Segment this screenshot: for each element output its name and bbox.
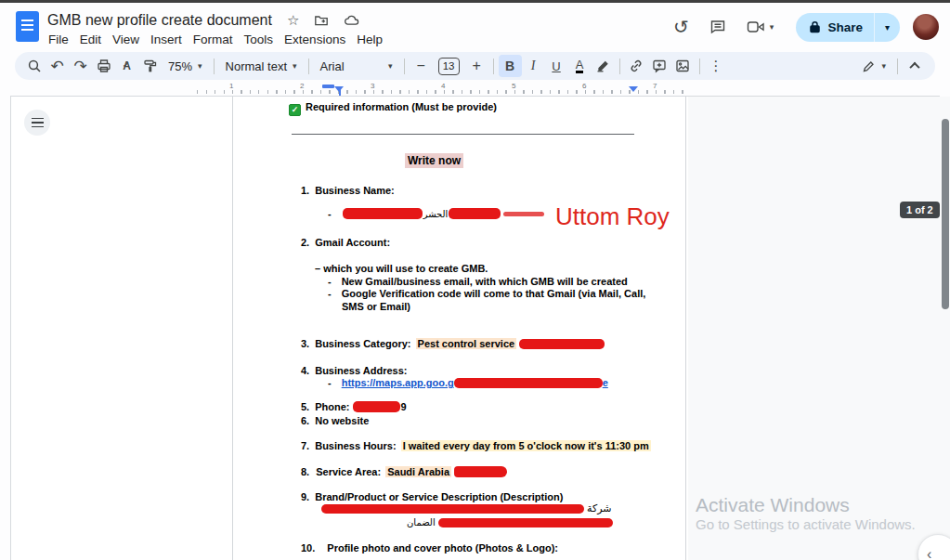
item4-line: 4.Business Address: bbox=[301, 365, 407, 376]
comments-button[interactable] bbox=[699, 10, 736, 44]
activate-windows-subtext: Go to Settings to activate Windows. bbox=[696, 516, 916, 532]
signature-watermark: Uttom Roy bbox=[555, 202, 670, 231]
item7-value: I waited every day from 5 o'clock now it… bbox=[401, 440, 651, 451]
hide-menus-button[interactable] bbox=[903, 55, 926, 77]
ruler-ticks bbox=[197, 90, 690, 94]
increase-font-size-button[interactable]: + bbox=[465, 55, 488, 77]
text-color-button[interactable]: A bbox=[568, 55, 592, 77]
share-button[interactable]: Share bbox=[796, 13, 874, 42]
print-button[interactable] bbox=[92, 55, 115, 77]
meet-button[interactable]: ▾ bbox=[736, 10, 783, 44]
toolbar-divider bbox=[404, 59, 405, 74]
menu-extensions[interactable]: Extensions bbox=[279, 31, 351, 48]
toolbar-divider bbox=[699, 59, 700, 74]
item3-value: Pest control service bbox=[416, 338, 517, 349]
insert-image-button[interactable] bbox=[671, 55, 695, 77]
show-outline-button[interactable] bbox=[24, 110, 50, 136]
horizontal-rule bbox=[292, 134, 634, 135]
image-icon bbox=[675, 59, 690, 73]
right-rail: 1 of 2 Activate Windows Go to Settings t… bbox=[688, 97, 950, 560]
decrease-font-size-button[interactable]: − bbox=[410, 55, 433, 77]
font-size-input[interactable]: 13 bbox=[438, 58, 460, 75]
write-now-line: Write now bbox=[405, 154, 463, 167]
toolbar-divider bbox=[493, 59, 494, 74]
font-value: Arial bbox=[320, 59, 345, 73]
paint-format-button[interactable] bbox=[138, 55, 162, 77]
menu-insert[interactable]: Insert bbox=[145, 31, 188, 48]
google-docs-window: GMB new profile create document ☆ File E… bbox=[0, 0, 950, 560]
toolbar-divider bbox=[619, 59, 620, 74]
item4-label: Business Address: bbox=[315, 365, 407, 376]
docs-logo-icon[interactable] bbox=[16, 11, 39, 42]
history-icon: ↺ bbox=[673, 18, 689, 36]
menu-view[interactable]: View bbox=[107, 31, 145, 48]
ruler-number: 4 bbox=[441, 82, 445, 90]
redaction-bar bbox=[454, 378, 603, 388]
scroll-left-button[interactable]: ‹ bbox=[917, 534, 950, 560]
share-label: Share bbox=[827, 20, 863, 34]
item2-label: Gmail Account: bbox=[315, 237, 390, 248]
item3-line: 3.Business Category: Pest control servic… bbox=[301, 338, 605, 349]
menu-tools[interactable]: Tools bbox=[239, 31, 280, 48]
italic-button[interactable]: I bbox=[522, 55, 545, 77]
redo-button[interactable]: ↷ bbox=[69, 55, 92, 77]
star-icon[interactable]: ☆ bbox=[287, 12, 299, 29]
print-icon bbox=[97, 59, 111, 73]
underline-button[interactable]: U bbox=[545, 55, 568, 77]
item1-value-line: -الحشر bbox=[328, 208, 544, 219]
header-actions: ↺ ▾ Share ▾ bbox=[662, 10, 939, 44]
account-avatar[interactable] bbox=[913, 14, 939, 40]
add-comment-button[interactable] bbox=[648, 55, 671, 77]
ruler-number: 2 bbox=[300, 82, 304, 90]
right-indent-marker[interactable] bbox=[629, 86, 638, 92]
bold-button[interactable]: B bbox=[499, 55, 522, 77]
more-toolbar-button[interactable]: ⋮ bbox=[705, 55, 728, 77]
ruler: 1 2 3 4 5 6 7 bbox=[0, 82, 950, 96]
ruler-number: 6 bbox=[582, 82, 586, 90]
font-select[interactable]: Arial ▾ bbox=[314, 55, 399, 77]
move-to-folder-icon[interactable] bbox=[314, 13, 329, 28]
write-now-text: Write now bbox=[405, 153, 463, 168]
menu-format[interactable]: Format bbox=[188, 31, 239, 48]
menu-edit[interactable]: Edit bbox=[74, 31, 107, 48]
maps-link-tail[interactable]: e bbox=[603, 377, 608, 388]
meet-caret-icon: ▾ bbox=[770, 22, 774, 32]
phone-digit: 9 bbox=[400, 401, 406, 412]
app-header: GMB new profile create document ☆ File E… bbox=[0, 3, 950, 49]
search-icon bbox=[27, 59, 42, 73]
redaction-bar bbox=[449, 208, 501, 219]
share-dropdown-button[interactable]: ▾ bbox=[875, 13, 900, 42]
highlight-color-button[interactable] bbox=[592, 55, 615, 77]
item10-label: Profile photo and cover photo (Photos & … bbox=[327, 542, 558, 553]
style-value: Normal text bbox=[226, 59, 287, 73]
cloud-saved-icon[interactable] bbox=[344, 13, 359, 28]
search-menus-button[interactable] bbox=[22, 55, 46, 77]
item4-link-line: -https://maps.app.goo.ge bbox=[328, 377, 608, 388]
editing-mode-select[interactable]: ▾ bbox=[855, 55, 892, 77]
undo-button[interactable]: ↶ bbox=[46, 55, 69, 77]
link-icon bbox=[629, 59, 644, 73]
item9-redacted-line2: الضمان bbox=[407, 516, 613, 527]
lock-icon bbox=[809, 20, 821, 33]
first-line-indent-marker[interactable] bbox=[322, 85, 334, 88]
item1-label: Business Name: bbox=[315, 185, 395, 196]
item10-line: 10.Profile photo and cover photo (Photos… bbox=[301, 542, 558, 553]
gmail-note-line: – which you will use to create GMB. bbox=[315, 263, 488, 274]
style-caret-icon: ▾ bbox=[293, 61, 297, 71]
menu-file[interactable]: File bbox=[43, 31, 74, 48]
toolbar-divider bbox=[214, 59, 215, 74]
document-page[interactable]: ✓Required information (Must be provide) … bbox=[232, 97, 686, 560]
redaction-bar bbox=[438, 518, 613, 527]
paragraph-style-select[interactable]: Normal text ▾ bbox=[219, 55, 304, 77]
vertical-scrollbar-thumb[interactable] bbox=[942, 119, 949, 309]
version-history-button[interactable]: ↺ bbox=[662, 10, 699, 44]
zoom-select[interactable]: 75% ▾ bbox=[162, 55, 209, 77]
document-title[interactable]: GMB new profile create document bbox=[47, 12, 272, 29]
menu-help[interactable]: Help bbox=[351, 31, 388, 48]
spell-check-button[interactable]: A ✓ bbox=[115, 55, 138, 77]
item9-redacted-line1: شركة bbox=[321, 502, 611, 514]
maps-link[interactable]: https://maps.app.goo.g bbox=[342, 377, 454, 388]
item9-line: 9.Brand/Product or Service Description (… bbox=[301, 491, 563, 502]
insert-link-button[interactable] bbox=[625, 55, 648, 77]
share-button-group: Share ▾ bbox=[796, 13, 900, 42]
